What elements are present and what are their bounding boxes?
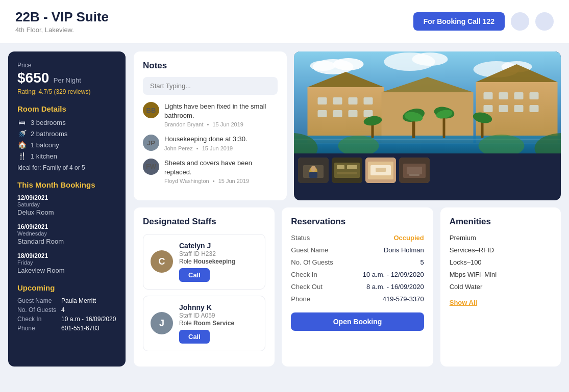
svg-rect-10 (476, 82, 558, 143)
room-details-list: 🛏 3 bedrooms 🚿 2 bathrooms 🏠 1 balcony 🍴… (17, 118, 116, 160)
svg-rect-17 (364, 97, 373, 104)
price-label: Price (17, 62, 116, 69)
guest-name-value: Doris Holman (384, 246, 424, 254)
note-content-2: Housekeeping done at 3:30. John Perez • … (164, 135, 248, 151)
kitchen-icon: 🍴 (17, 152, 27, 160)
svg-rect-60 (376, 168, 386, 172)
detail-balcony: 🏠 1 balcony (17, 141, 116, 149)
sidebar: Price $650 Per Night Rating: 4.7/5 (329 … (8, 51, 126, 367)
booking-room-1: Delux Room (17, 208, 116, 216)
note-dot-1: • (207, 121, 209, 127)
circle-button-1[interactable] (511, 12, 529, 31)
svg-rect-18 (318, 110, 327, 117)
note-author-2: John Perez (164, 145, 193, 151)
svg-rect-63 (407, 167, 422, 174)
booking-room-2: Standard Room (17, 238, 116, 245)
booking-item-1: 12/09/2021 Saturday Delux Room (17, 194, 116, 216)
svg-point-5 (412, 53, 448, 66)
amenities-panel: Amenities Premium Services–RFID Locks–10… (440, 207, 561, 367)
header-title-group: 22B - VIP Suite 4th Floor, Lakeview. (15, 9, 109, 34)
detail-kitchen: 🍴 1 kitchen (17, 152, 116, 160)
balcony-text: 1 balcony (31, 141, 59, 149)
upcoming-guest-label: Guest Name (17, 297, 56, 304)
staff-id-2: Staff ID A059 (179, 312, 258, 319)
bathrooms-text: 2 bathrooms (31, 130, 67, 138)
checkin-value: 10 a.m. - 12/09/2020 (363, 271, 424, 278)
note-text-2: Housekeeping done at 3:30. (164, 135, 248, 144)
this-month-bookings-title: This Month Bookings (17, 180, 116, 189)
header: 22B - VIP Suite 4th Floor, Lakeview. For… (0, 0, 569, 43)
staff-call-button-2[interactable]: Call (179, 330, 210, 344)
staff-avatar-2: J (151, 312, 173, 334)
note-meta-3: Floyd Washington • 15 Jun 2019 (164, 178, 278, 184)
price-per-night: Per Night (54, 76, 81, 84)
notes-input[interactable] (143, 77, 278, 95)
amenity-2: Services–RFID (450, 246, 552, 254)
thumbnail-4[interactable] (399, 158, 430, 183)
image-panel (294, 51, 561, 200)
note-date-1: 15 Jun 2019 (212, 121, 243, 127)
amenity-3: Locks–100 (450, 258, 552, 266)
status-value: Occupied (393, 234, 424, 242)
upcoming-section: Upcoming Guest Name Paula Merritt No. Of… (17, 283, 116, 332)
amenity-4: Mbps WiFi–Mini (450, 271, 552, 278)
svg-rect-19 (333, 110, 342, 117)
main-container: Price $650 Per Night Rating: 4.7/5 (329 … (0, 51, 569, 375)
thumbnail-row (294, 153, 561, 187)
svg-rect-64 (409, 174, 419, 176)
upcoming-guests-value: 4 (61, 306, 116, 313)
note-date-3: 15 Jun 2019 (218, 178, 250, 184)
phone-row: Phone 419-579-3370 (291, 295, 424, 303)
status-row: Status Occupied (291, 234, 424, 242)
price-value: $650 (17, 70, 49, 86)
kitchen-text: 1 kitchen (31, 152, 57, 160)
guests-label: No. Of Guests (291, 258, 333, 266)
phone-value: 419-579-3370 (383, 295, 424, 303)
thumbnail-3[interactable] (365, 158, 396, 183)
note-date-2: 15 Jun 2019 (202, 145, 233, 151)
bath-icon: 🚿 (17, 129, 27, 138)
checkin-label: Check In (291, 271, 317, 278)
booking-date-2: 16/09/2021 (17, 223, 116, 230)
note-item-2: JP Housekeeping done at 3:30. John Perez… (143, 135, 278, 151)
svg-rect-15 (333, 97, 342, 104)
svg-rect-56 (337, 172, 357, 174)
booking-date-3: 18/09/2021 (17, 252, 116, 259)
show-all-link[interactable]: Show All (450, 299, 552, 306)
thumbnail-2[interactable] (332, 158, 362, 183)
staff-call-button-1[interactable]: Call (179, 268, 210, 282)
svg-rect-36 (443, 115, 446, 138)
detail-bathrooms: 🚿 2 bathrooms (17, 129, 116, 138)
svg-point-3 (310, 61, 336, 71)
svg-rect-25 (530, 92, 539, 99)
rating-label: Rating: (17, 88, 37, 95)
note-avatar-3: FW (143, 159, 159, 175)
note-item-3: FW Sheets and covers have been replaced.… (143, 159, 278, 184)
note-author-3: Floyd Washington (164, 178, 209, 184)
booking-day-1: Saturday (17, 201, 116, 207)
reservations-title: Reservations (291, 217, 424, 227)
thumbnail-1[interactable] (298, 158, 329, 183)
guests-row: No. Of Guests 5 (291, 258, 424, 266)
phone-label: Phone (291, 295, 310, 303)
right-content: Notes BB Lights have been fixed in the s… (134, 51, 561, 367)
booking-call-button[interactable]: For Booking Call 122 (413, 12, 505, 31)
circle-button-2[interactable] (535, 12, 554, 31)
price-row: $650 Per Night (17, 70, 116, 86)
booking-day-3: Friday (17, 259, 116, 266)
guest-name-label: Guest Name (291, 246, 328, 254)
status-label: Status (291, 234, 310, 242)
staff-id-1: Staff ID H232 (179, 250, 258, 257)
guests-value: 5 (420, 258, 424, 266)
bookings-list: 12/09/2021 Saturday Delux Room 16/09/202… (17, 194, 116, 274)
open-booking-button[interactable]: Open Booking (291, 312, 424, 331)
checkout-row: Check Out 8 a.m. - 16/09/2020 (291, 283, 424, 291)
header-actions: For Booking Call 122 (413, 12, 554, 31)
checkin-row: Check In 10 a.m. - 12/09/2020 (291, 271, 424, 278)
page-subtitle: 4th Floor, Lakeview. (15, 26, 109, 34)
staff-info-2: Johnny K Staff ID A059 Role Room Service… (179, 303, 258, 344)
svg-rect-27 (499, 105, 508, 112)
booking-room-3: Lakeview Room (17, 267, 116, 274)
note-content-1: Lights have been fixed in the small bath… (164, 102, 278, 127)
upcoming-checkin-label: Check In (17, 316, 56, 323)
